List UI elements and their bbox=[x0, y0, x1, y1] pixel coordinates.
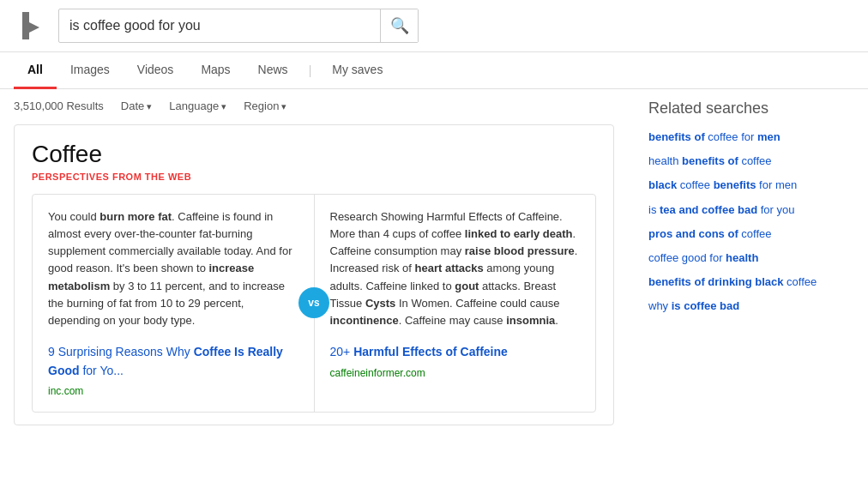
main-column: 3,510,000 Results Date Language Region C… bbox=[14, 99, 614, 439]
results-count: 3,510,000 Results bbox=[14, 99, 104, 112]
results-area: 3,510,000 Results Date Language Region C… bbox=[0, 89, 868, 439]
comparison-right-text: Research Showing Harmful Effects of Caff… bbox=[330, 208, 581, 329]
comparison-left: You could burn more fat. Caffeine is fou… bbox=[33, 195, 315, 412]
date-filter[interactable]: Date bbox=[121, 99, 153, 112]
comparison-right-link[interactable]: 20+ Harmful Effects of Caffeine bbox=[330, 345, 508, 358]
related-searches-title: Related searches bbox=[648, 99, 854, 117]
search-bar: is coffee good for you 🔍 bbox=[58, 9, 419, 43]
perspectives-label: PERSPECTIVES FROM THE WEB bbox=[32, 172, 596, 182]
tab-videos[interactable]: Videos bbox=[124, 52, 188, 89]
tab-mysaves[interactable]: My saves bbox=[318, 52, 396, 89]
search-icon: 🔍 bbox=[390, 16, 409, 35]
header: is coffee good for you 🔍 bbox=[0, 0, 868, 52]
related-item[interactable]: benefits of coffee for men bbox=[648, 130, 854, 145]
search-button[interactable]: 🔍 bbox=[380, 9, 418, 42]
comparison-right-domain: caffeineinformer.com bbox=[330, 365, 581, 382]
comparison-left-domain: inc.com bbox=[48, 383, 298, 400]
comparison-right: Research Showing Harmful Effects of Caff… bbox=[315, 195, 596, 412]
sidebar: Related searches benefits of coffee for … bbox=[648, 99, 854, 439]
related-item[interactable]: benefits of drinking black coffee bbox=[648, 274, 854, 290]
related-item[interactable]: black coffee benefits for men bbox=[648, 178, 854, 193]
comparison-left-text: You could burn more fat. Caffeine is fou… bbox=[48, 208, 298, 329]
vs-circle: vs bbox=[298, 287, 329, 318]
related-item[interactable]: is tea and coffee bad for you bbox=[648, 202, 854, 218]
related-item[interactable]: health benefits of coffee bbox=[648, 154, 854, 169]
nav-tabs: All Images Videos Maps News | My saves bbox=[0, 52, 868, 89]
comparison-container: You could burn more fat. Caffeine is fou… bbox=[32, 194, 596, 413]
comparison-left-link[interactable]: 9 Surprising Reasons Why Coffee Is Reall… bbox=[48, 345, 283, 377]
language-filter[interactable]: Language bbox=[169, 99, 226, 112]
related-item[interactable]: pros and cons of coffee bbox=[648, 226, 854, 242]
tab-maps[interactable]: Maps bbox=[187, 52, 244, 89]
filter-bar: 3,510,000 Results Date Language Region bbox=[14, 99, 614, 112]
knowledge-card: Coffee PERSPECTIVES FROM THE WEB You cou… bbox=[14, 124, 614, 425]
related-item[interactable]: why is coffee bad bbox=[648, 298, 854, 314]
related-item[interactable]: coffee good for health bbox=[648, 250, 854, 266]
region-filter[interactable]: Region bbox=[244, 99, 286, 112]
tab-images[interactable]: Images bbox=[57, 52, 124, 89]
bing-logo bbox=[14, 9, 48, 43]
tab-news[interactable]: News bbox=[244, 52, 302, 89]
svg-rect-1 bbox=[22, 12, 29, 39]
nav-separator: | bbox=[309, 63, 312, 77]
search-input[interactable]: is coffee good for you bbox=[59, 18, 380, 33]
tab-all[interactable]: All bbox=[14, 52, 57, 89]
knowledge-card-title: Coffee bbox=[32, 141, 596, 168]
